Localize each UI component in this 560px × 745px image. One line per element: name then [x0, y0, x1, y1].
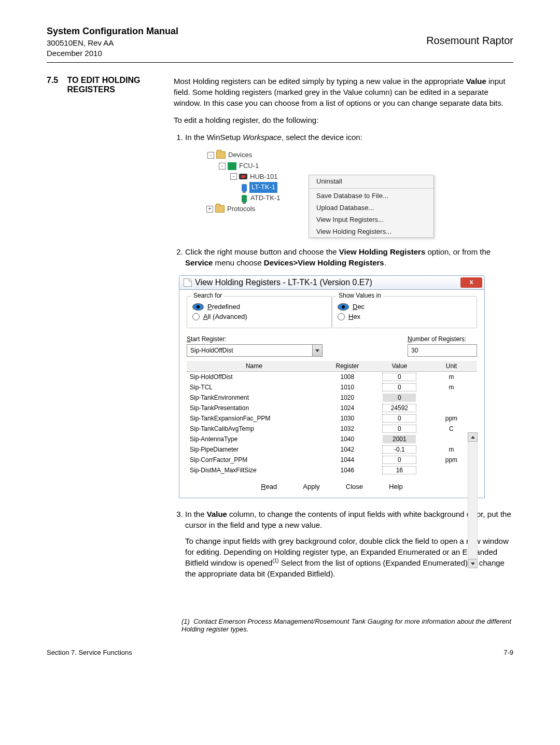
menu-item-save-db[interactable]: Save Database to File... — [309, 190, 433, 202]
collapse-icon[interactable]: - — [207, 152, 214, 159]
cell-name: Sip-HoldOffDist — [187, 372, 321, 383]
cell-unit — [426, 403, 477, 413]
combo-value: Sip-HoldOffDist — [187, 347, 312, 354]
cell-name: Sip-TankEnvironment — [187, 392, 321, 403]
cell-name: Sip-TankCalibAvgTemp — [187, 424, 321, 434]
value-cell-white[interactable]: -0.1 — [382, 445, 416, 454]
workspace-tree-figure: - Devices - FCU-1 - HUB-101 — [202, 150, 441, 238]
cell-value: -0.1 — [373, 444, 426, 455]
expand-icon[interactable]: + — [206, 206, 213, 213]
cell-unit — [426, 392, 477, 403]
holding-registers-dialog: View Holding Registers - LT-TK-1 (Versio… — [179, 275, 485, 498]
value-cell-white[interactable]: 0 — [382, 383, 416, 391]
col-unit[interactable]: Unit — [426, 361, 477, 372]
text-bold: Devices>View Holding Registers — [264, 258, 384, 267]
text: menu choose — [213, 258, 263, 267]
text-bold: View Holding Registers — [339, 247, 425, 256]
cell-register: 1024 — [321, 403, 373, 413]
value-cell-white[interactable]: 0 — [382, 425, 416, 433]
table-row: Sip-CorrFactor_PPM10440ppm — [187, 455, 477, 465]
menu-item-uninstall[interactable]: Uninstall — [309, 175, 433, 187]
value-cell-grey[interactable]: 2001 — [383, 435, 416, 443]
svg-marker-0 — [315, 349, 319, 352]
cell-name: Sip-PipeDiameter — [187, 444, 321, 455]
scroll-down-icon[interactable] — [468, 559, 478, 568]
apply-button[interactable]: Apply — [303, 483, 320, 490]
section-title: TO EDIT HOLDING REGISTERS — [67, 76, 160, 94]
radio-icon — [192, 313, 200, 320]
collapse-icon[interactable]: - — [230, 173, 237, 180]
help-button[interactable]: Help — [389, 483, 403, 490]
cell-unit: m — [426, 372, 477, 383]
scrollbar[interactable] — [468, 432, 477, 570]
cell-register: 1030 — [321, 413, 373, 424]
col-register[interactable]: Register — [321, 361, 373, 372]
radio-dec[interactable]: Dec — [338, 303, 471, 311]
close-button[interactable]: Close — [346, 483, 363, 490]
tree-node-fcu[interactable]: - FCU-1 — [202, 161, 441, 172]
value-cell-white[interactable]: 16 — [382, 466, 416, 474]
svg-marker-1 — [471, 436, 475, 439]
collapse-icon[interactable]: - — [219, 163, 226, 170]
tree-label: ATD-TK-1 — [249, 193, 282, 204]
section-heading: 7.5 TO EDIT HOLDING REGISTERS — [47, 76, 174, 94]
step-3: In the Value column, to change the conte… — [185, 509, 513, 579]
cell-register: 1044 — [321, 455, 373, 465]
cell-value: 0 — [373, 455, 426, 465]
table-row: Sip-HoldOffDist10080m — [187, 372, 477, 383]
value-cell-white[interactable]: 0 — [382, 414, 416, 423]
text-bold: Service — [185, 258, 213, 267]
paragraph-lead: To edit a holding register, do the follo… — [174, 115, 513, 125]
text-bold: Value — [207, 510, 227, 518]
groupbox-show-values: Show Values in — [337, 292, 383, 299]
radio-hex[interactable]: Hex — [338, 313, 471, 320]
col-name[interactable]: Name — [187, 361, 321, 372]
context-menu: Uninstall Save Database to File... Uploa… — [309, 175, 434, 238]
cell-value: 0 — [373, 372, 426, 383]
radio-icon — [192, 303, 204, 311]
divider — [47, 62, 513, 63]
table-row: Sip-DistMA_MaxFiltSize104616 — [187, 465, 477, 475]
label-number-registers: Number of Registers: — [408, 335, 477, 343]
menu-item-view-input[interactable]: View Input Registers... — [309, 214, 433, 226]
text-bold: Value — [466, 77, 486, 86]
cell-value: 0 — [373, 392, 426, 403]
cell-register: 1008 — [321, 372, 373, 383]
scroll-up-icon[interactable] — [468, 432, 478, 442]
text: Most Holding registers can be edited sim… — [174, 77, 466, 86]
value-cell-grey[interactable]: 0 — [383, 393, 416, 402]
value-cell-white[interactable]: 0 — [382, 373, 416, 381]
label-start-register: Start Register: — [187, 335, 387, 343]
folder-icon — [216, 151, 226, 159]
value-cell-white[interactable]: 0 — [382, 456, 416, 464]
cell-register: 1032 — [321, 424, 373, 434]
text: column, to change the contents of input … — [185, 510, 511, 529]
cell-value: 0 — [373, 413, 426, 424]
value-cell-white[interactable]: 24592 — [382, 404, 416, 412]
radio-all-advanced[interactable]: All (Advanced) — [192, 313, 326, 320]
menu-separator — [309, 188, 433, 189]
radio-predefined[interactable]: Predefined — [192, 303, 326, 311]
start-register-combo[interactable]: Sip-HoldOffDist — [187, 344, 323, 357]
chevron-down-icon[interactable] — [312, 345, 322, 356]
page-footer: Section 7. Service Functions 7-9 — [47, 649, 513, 656]
number-registers-input[interactable]: 30 — [408, 344, 477, 357]
menu-item-upload-db[interactable]: Upload Database... — [309, 202, 433, 214]
input-value: 30 — [411, 347, 418, 354]
scroll-track[interactable] — [468, 442, 478, 559]
cell-unit: ppm — [426, 413, 477, 424]
tree-node-devices[interactable]: - Devices — [202, 150, 441, 161]
cell-name: Sip-AntennaType — [187, 434, 321, 444]
text-italic: Workspace — [243, 133, 282, 142]
footnote: (1) Contact Emerson Process Management/R… — [181, 617, 513, 633]
table-row: Sip-TCL10100m — [187, 382, 477, 392]
text: . — [384, 258, 386, 267]
cell-value: 24592 — [373, 403, 426, 413]
cell-value: 16 — [373, 465, 426, 475]
table-row: Sip-PipeDiameter1042-0.1m — [187, 444, 477, 455]
col-value[interactable]: Value — [373, 361, 426, 372]
table-row: Sip-TankExpansionFac_PPM10300ppm — [187, 413, 477, 424]
close-button[interactable]: x — [460, 277, 482, 288]
menu-item-view-holding[interactable]: View Holding Registers... — [309, 226, 433, 237]
read-button[interactable]: Read — [261, 483, 277, 490]
